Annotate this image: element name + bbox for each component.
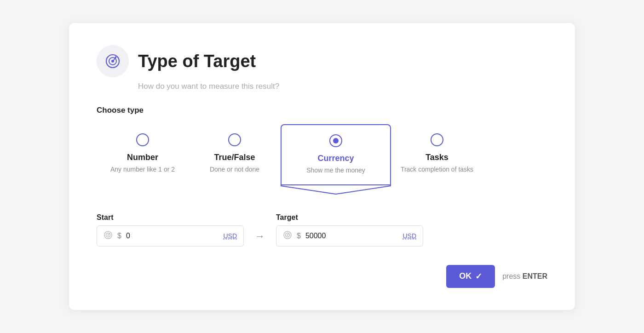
option-tasks-label: Tasks [426,153,448,162]
header: Type of Target [97,45,547,77]
ok-button[interactable]: OK ✓ [446,265,495,288]
option-truefalse-desc: Done or not done [210,165,259,174]
target-currency[interactable]: USD [402,232,416,240]
press-text: press [502,272,520,280]
svg-line-5 [281,186,336,194]
target-input-wrapper[interactable]: $ USD [276,225,423,247]
ok-row: OK ✓ press ENTER [97,265,547,288]
radio-tasks [431,133,443,146]
svg-line-6 [336,186,391,194]
option-truefalse[interactable]: True/False Done or not done [189,124,281,185]
start-input-wrapper[interactable]: $ USD [97,225,244,247]
target-label: Target [276,213,423,222]
fields-row: Start $ USD → Target [97,213,547,247]
ok-label: OK [459,271,472,281]
option-truefalse-label: True/False [214,153,255,162]
radio-currency [329,134,342,147]
option-currency[interactable]: Currency Show me the money [281,124,391,195]
page-subtitle: How do you want to measure this result? [138,82,547,91]
start-field-group: Start $ USD [97,213,244,247]
start-dollar: $ [117,232,121,240]
enter-key: ENTER [523,272,547,280]
start-target-icon [104,230,113,241]
choose-type-label: Choose type [97,106,547,115]
option-tasks-desc: Track completion of tasks [401,165,473,174]
target-dollar: $ [297,232,301,240]
main-card: Type of Target How do you want to measur… [69,23,575,310]
selected-arrow [281,185,391,195]
option-currency-desc: Show me the money [306,166,365,175]
option-number-label: Number [127,153,158,162]
radio-number [136,133,149,146]
target-input[interactable] [305,232,398,240]
start-label: Start [97,213,244,222]
start-currency[interactable]: USD [223,232,237,240]
start-input[interactable] [126,232,219,240]
option-tasks[interactable]: Tasks Track completion of tasks [391,124,483,185]
option-number[interactable]: Number Any number like 1 or 2 [97,124,189,185]
radio-truefalse [228,133,241,146]
type-options-row: Number Any number like 1 or 2 True/False… [97,124,547,195]
option-number-desc: Any number like 1 or 2 [110,165,175,174]
page-title: Type of Target [138,52,256,71]
option-currency-label: Currency [317,154,354,163]
target-field-group: Target $ USD [276,213,423,247]
header-icon [97,45,129,77]
press-enter-text: press ENTER [502,272,547,281]
ok-checkmark: ✓ [475,271,482,281]
target-target-icon [283,230,292,241]
fields-arrow: → [244,230,276,242]
